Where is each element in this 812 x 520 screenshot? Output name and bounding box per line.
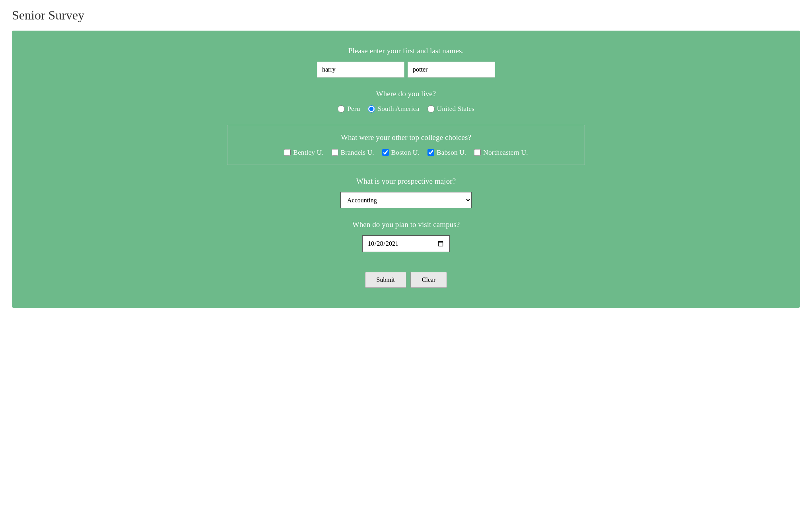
checkbox-label-boston[interactable]: Boston U. [382, 148, 420, 157]
campus-prompt: When do you plan to visit campus? [352, 220, 460, 229]
college-section: What were your other top college choices… [227, 125, 585, 165]
radio-label-south-america[interactable]: South America [368, 105, 419, 113]
campus-date-input[interactable] [362, 235, 450, 252]
radio-label-united-states[interactable]: United States [427, 105, 474, 113]
major-section: What is your prospective major? Accounti… [20, 177, 792, 208]
checkbox-boston[interactable] [382, 149, 389, 156]
checkbox-label-northeastern[interactable]: Northeastern U. [474, 148, 528, 157]
checkbox-brandeis[interactable] [332, 149, 338, 156]
college-checkbox-group: Bentley U. Brandeis U. Boston U. Babson … [284, 148, 528, 157]
checkbox-bentley-label: Bentley U. [293, 148, 323, 157]
name-section: Please enter your first and last names. [20, 47, 792, 78]
location-section: Where do you live? Peru South America Un… [20, 89, 792, 113]
location-radio-group: Peru South America United States [338, 105, 474, 113]
name-row [317, 62, 495, 78]
clear-button[interactable]: Clear [410, 272, 447, 288]
checkbox-label-bentley[interactable]: Bentley U. [284, 148, 323, 157]
radio-united-states[interactable] [427, 105, 435, 113]
checkbox-bentley[interactable] [284, 149, 291, 156]
radio-peru-label: Peru [347, 105, 360, 113]
radio-united-states-label: United States [437, 105, 474, 113]
checkbox-label-brandeis[interactable]: Brandeis U. [332, 148, 374, 157]
checkbox-brandeis-label: Brandeis U. [341, 148, 374, 157]
submit-button[interactable]: Submit [365, 272, 406, 288]
button-row: Submit Clear [365, 272, 447, 288]
college-prompt: What were your other top college choices… [341, 133, 471, 142]
major-prompt: What is your prospective major? [356, 177, 456, 186]
last-name-input[interactable] [408, 62, 495, 78]
radio-south-america[interactable] [368, 105, 375, 113]
checkbox-babson[interactable] [427, 149, 434, 156]
checkbox-boston-label: Boston U. [391, 148, 420, 157]
location-prompt: Where do you live? [376, 89, 436, 98]
name-prompt: Please enter your first and last names. [348, 47, 464, 55]
checkbox-northeastern-label: Northeastern U. [483, 148, 528, 157]
first-name-input[interactable] [317, 62, 404, 78]
campus-section: When do you plan to visit campus? [20, 220, 792, 252]
checkbox-northeastern[interactable] [474, 149, 481, 156]
radio-peru[interactable] [338, 105, 345, 113]
major-select[interactable]: Accounting Biology Business Chemistry Co… [340, 192, 472, 208]
checkbox-babson-label: Babson U. [437, 148, 466, 157]
radio-south-america-label: South America [377, 105, 419, 113]
radio-label-peru[interactable]: Peru [338, 105, 360, 113]
page-title: Senior Survey [12, 8, 800, 23]
checkbox-label-babson[interactable]: Babson U. [427, 148, 466, 157]
survey-container: Please enter your first and last names. … [12, 31, 800, 308]
